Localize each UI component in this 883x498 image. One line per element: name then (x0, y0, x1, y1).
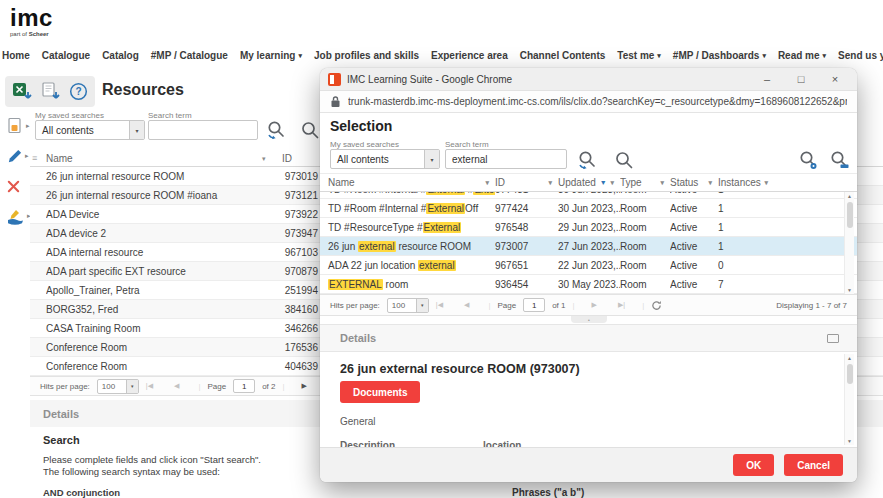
dropdown-icon[interactable]: ▾ (424, 150, 439, 168)
page-number-input[interactable] (233, 379, 255, 393)
column-header-id[interactable]: ID▾ (495, 177, 558, 188)
help-icon[interactable]: ? (69, 82, 88, 101)
column-header-type[interactable]: Type▾ (620, 177, 670, 188)
save-search-button[interactable] (829, 150, 849, 174)
excel-export-icon[interactable] (12, 82, 33, 102)
dropdown-icon[interactable]: ▾ (129, 121, 144, 139)
selection-row[interactable]: ADA 22 jun location external96765122 Jun… (320, 256, 857, 275)
first-page-button[interactable]: |◀ (146, 382, 153, 390)
nav-item[interactable]: Experience area (431, 50, 508, 61)
dropdown-icon[interactable]: ▾ (416, 299, 428, 312)
ok-button[interactable]: OK (733, 454, 774, 476)
new-resource-button[interactable]: ▸ (6, 116, 31, 136)
reset-search-button[interactable] (266, 120, 286, 144)
column-header-name[interactable]: Name (46, 153, 73, 164)
advanced-search-button[interactable] (798, 150, 818, 174)
nav-item[interactable]: My learning▾ (240, 50, 302, 61)
next-page-button[interactable]: ▶ (302, 382, 307, 390)
next-page-button[interactable]: ▶ (592, 301, 597, 309)
url-text: trunk-masterdb.imc-ms-deployment.imc-cs.… (348, 96, 847, 107)
nav-item[interactable]: Read me▾ (778, 50, 826, 61)
filter-dropdown-icon[interactable]: ▾ (262, 155, 266, 163)
edit-resource-button[interactable]: ▸ (6, 146, 31, 166)
window-titlebar[interactable]: IMC Learning Suite - Google Chrome – □ × (320, 68, 857, 91)
reset-search-button[interactable] (577, 150, 597, 174)
table-scrollbar[interactable]: ▲ ▼ (844, 192, 854, 294)
details-section-bar[interactable]: Details (320, 324, 857, 352)
resource-name: EXTERNAL room (320, 279, 495, 290)
column-header-id[interactable]: ID (282, 153, 292, 164)
selection-row[interactable]: 26 jun external resource ROOM97300727 Ju… (320, 237, 857, 256)
nav-item[interactable]: Home (2, 50, 30, 61)
separator: | (642, 301, 644, 310)
resource-updated: 30 Jun 2023,... (558, 192, 620, 195)
collapse-panel-icon[interactable] (827, 334, 839, 343)
scroll-down-icon[interactable]: ▼ (847, 286, 852, 294)
dropdown-icon[interactable]: ▾ (126, 380, 138, 393)
search-term-input[interactable] (445, 149, 567, 169)
column-header-updated[interactable]: Updated▼▾ (558, 177, 620, 188)
resource-name: Conference Room (46, 342, 262, 353)
saved-searches-select[interactable]: All contents ▾ (35, 120, 145, 140)
close-button[interactable]: × (821, 73, 849, 85)
nav-item[interactable]: Job profiles and skills (314, 50, 419, 61)
filter-dropdown-icon[interactable]: ▾ (610, 179, 614, 187)
column-header-status[interactable]: Status▾ (670, 177, 718, 188)
filter-dropdown-icon[interactable]: ▾ (708, 179, 712, 187)
selection-row[interactable]: TD #Room #Internal #ExternalOff97742430 … (320, 199, 857, 218)
filter-dropdown-icon[interactable]: ▾ (485, 179, 489, 187)
selection-row[interactable]: TD #ResourceType #External97654829 Jun 2… (320, 218, 857, 237)
last-page-button[interactable]: ▶| (618, 301, 625, 309)
search-term-input[interactable] (148, 120, 258, 140)
minimize-button[interactable]: – (753, 73, 781, 85)
cancel-button[interactable]: Cancel (784, 454, 843, 476)
assign-resource-button[interactable]: ▸ (6, 206, 31, 226)
scroll-up-icon[interactable]: ▲ (847, 192, 852, 200)
documents-button[interactable]: Documents (340, 381, 420, 403)
refresh-icon[interactable] (651, 300, 662, 311)
selection-row[interactable]: EXTERNAL room93645430 May 2023...RoomAct… (320, 275, 857, 294)
filter-dropdown-icon[interactable]: ▾ (548, 179, 552, 187)
maximize-button[interactable]: □ (787, 73, 815, 85)
splitter-handle[interactable]: • (571, 316, 607, 323)
selection-pagination: Hits per page: 100▾ |◀ ◀ | Page of 1 | ▶… (320, 294, 857, 316)
nav-item[interactable]: #MP / Catalogue (151, 50, 228, 61)
nav-item[interactable]: Catalogue (42, 50, 90, 61)
sort-desc-icon[interactable]: ▼ (600, 179, 607, 186)
scrollbar-thumb[interactable] (847, 364, 853, 384)
nav-item[interactable]: Test me▾ (617, 50, 661, 61)
resource-id: 973019 (262, 171, 318, 182)
expand-arrow-icon[interactable]: ▸ (26, 122, 30, 130)
hits-per-page-select[interactable]: 100▾ (97, 379, 139, 394)
prev-page-button[interactable]: ◀ (174, 382, 179, 390)
resource-id: 384160 (262, 304, 318, 315)
expand-arrow-icon[interactable]: ▸ (25, 152, 29, 160)
column-header-instances[interactable]: Instances▾ (718, 177, 774, 188)
nav-item[interactable]: Channel Contents (520, 50, 606, 61)
page-number-input[interactable] (523, 298, 545, 312)
prev-page-button[interactable]: ◀ (464, 301, 469, 309)
nav-item[interactable]: Catalog (102, 50, 139, 61)
nav-item[interactable]: #MP / Dashboards▾ (673, 50, 766, 61)
saved-searches-select[interactable]: All contents ▾ (330, 149, 440, 169)
scroll-down-icon[interactable]: ▼ (847, 437, 852, 445)
start-search-button[interactable] (614, 150, 634, 174)
nav-item[interactable]: Send us your feedback (838, 50, 883, 61)
column-header-name[interactable]: Name▾ (320, 177, 495, 188)
resource-id: 977424 (495, 203, 558, 214)
scrollbar-thumb[interactable] (847, 202, 853, 228)
delete-resource-button[interactable] (6, 176, 31, 196)
details-scrollbar[interactable]: ▲ ▼ (844, 354, 854, 445)
search-term-label: Search term (148, 111, 192, 120)
scroll-up-icon[interactable]: ▲ (847, 354, 852, 362)
start-search-button[interactable] (300, 120, 320, 144)
resource-name: ADA device 2 (46, 228, 262, 239)
hits-per-page-select[interactable]: 100▾ (387, 298, 429, 313)
report-export-icon[interactable] (41, 82, 61, 102)
first-page-button[interactable]: |◀ (436, 301, 443, 309)
highlighted-text: external (418, 260, 456, 271)
imc-logo-text: imc (10, 6, 53, 30)
filter-dropdown-icon[interactable]: ▾ (764, 179, 768, 187)
filter-dropdown-icon[interactable]: ▾ (660, 179, 664, 187)
selection-row[interactable]: TD #Room #Internal #External #ExternalOf… (320, 192, 857, 199)
